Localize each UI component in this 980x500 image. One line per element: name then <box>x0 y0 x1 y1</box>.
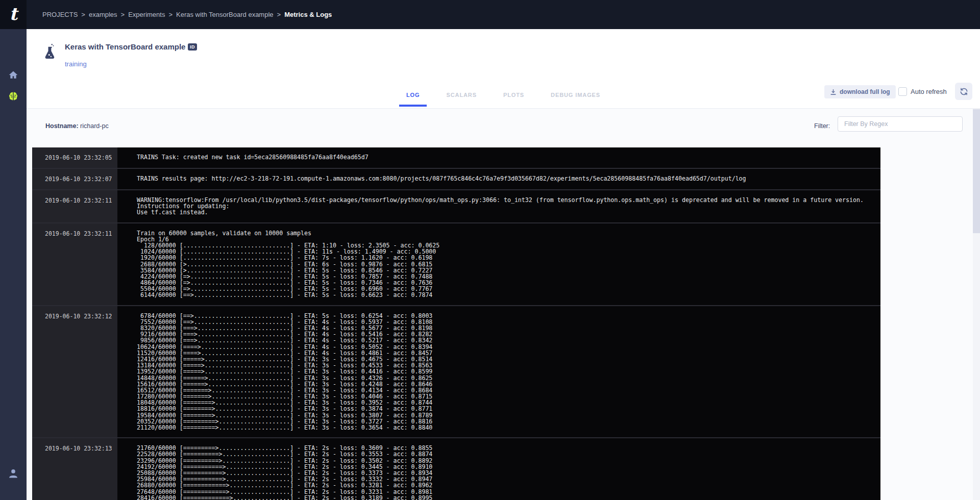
sidebar <box>0 29 27 500</box>
home-icon-glyph <box>8 70 18 80</box>
top-bar: t PROJECTS>examples>Experiments>Keras wi… <box>0 0 980 29</box>
download-icon <box>830 89 837 95</box>
filter-label: Filter: <box>814 122 830 130</box>
breadcrumb-separator: > <box>121 11 125 18</box>
auto-refresh-label: Auto refresh <box>911 88 947 95</box>
tab-debug-images[interactable]: DEBUG IMAGES <box>551 82 600 109</box>
log-line: Instructions for updating: <box>137 203 880 209</box>
log-message: 6784/60000 [==>.........................… <box>117 306 880 438</box>
refresh-icon <box>960 87 968 96</box>
log-message: TRAINS Task: created new task id=5eca285… <box>117 147 880 168</box>
log-line: 23296/60000 [==========>................… <box>137 458 880 464</box>
log-row: 2019-06-10 23:32:07TRAINS results page: … <box>32 168 880 189</box>
user-profile-icon[interactable] <box>0 468 27 479</box>
log-message: Train on 60000 samples, validate on 1000… <box>117 223 880 305</box>
tab-plots[interactable]: PLOTS <box>503 82 524 109</box>
breadcrumb-item[interactable]: examples <box>89 11 117 18</box>
log-line: 21120/60000 [=========>.................… <box>137 424 880 431</box>
log-line: 19584/60000 [========>..................… <box>137 412 880 418</box>
hostname-value: richard-pc <box>80 122 109 130</box>
log-line: 28416/60000 [=============>.............… <box>137 495 880 500</box>
log-line: 27648/60000 [============>..............… <box>137 489 880 495</box>
log-timestamp: 2019-06-10 23:32:11 <box>32 190 117 222</box>
log-line: WARNING:tensorflow:From /usr/local/lib/p… <box>137 197 880 203</box>
log-line: Train on 60000 samples, validate on 1000… <box>137 230 880 236</box>
hostname-label: Hostname: <box>45 122 79 130</box>
flask-icon-glyph <box>43 42 57 61</box>
breadcrumb-separator: > <box>168 11 173 18</box>
log-message: TRAINS results page: http://ec2-3-218-72… <box>117 169 880 189</box>
log-row: 2019-06-10 23:32:11WARNING:tensorflow:Fr… <box>32 189 880 222</box>
tab-log[interactable]: LOG <box>406 82 420 109</box>
trains-logo-letter: t <box>9 5 17 24</box>
log-timestamp: 2019-06-10 23:32:13 <box>32 438 117 500</box>
breadcrumb-item[interactable]: PROJECTS <box>42 11 78 18</box>
brain-icon-glyph <box>8 91 19 102</box>
log-timestamp: 2019-06-10 23:32:07 <box>32 169 117 189</box>
breadcrumb-item[interactable]: Experiments <box>128 11 165 18</box>
download-full-log-button[interactable]: download full log <box>824 85 896 98</box>
log-line: 9856/60000 [===>........................… <box>137 337 880 343</box>
scrollbar-thumb[interactable] <box>973 109 980 233</box>
log-row: 2019-06-10 23:32:1321760/60000 [========… <box>32 437 880 500</box>
log-line: TRAINS results page: http://ec2-3-218-72… <box>137 176 880 182</box>
breadcrumb: PROJECTS>examples>Experiments>Keras with… <box>42 0 332 29</box>
log-line: Use tf.cast instead. <box>137 209 880 215</box>
log-terminal: 2019-06-10 23:32:05TRAINS Task: created … <box>32 147 880 500</box>
log-line: TRAINS Task: created new task id=5eca285… <box>137 154 880 160</box>
log-message: 21760/60000 [=========>.................… <box>117 438 880 500</box>
auto-refresh-checkbox[interactable] <box>898 87 907 96</box>
tab-scalars[interactable]: SCALARS <box>446 82 476 109</box>
trains-logo[interactable]: t <box>0 0 27 29</box>
log-line: 14848/60000 [======>....................… <box>137 375 880 381</box>
breadcrumb-item[interactable]: Keras with TensorBoard example <box>176 11 274 18</box>
experiment-subtitle: training <box>65 60 87 68</box>
log-timestamp: 2019-06-10 23:32:12 <box>32 306 117 438</box>
log-line: 22528/60000 [==========>................… <box>137 451 880 457</box>
log-line: 1920/60000 [............................… <box>137 255 880 261</box>
filter-regex-input[interactable] <box>838 116 963 132</box>
log-timestamp: 2019-06-10 23:32:11 <box>32 223 117 305</box>
breadcrumb-current: Metrics & Logs <box>284 11 332 18</box>
download-full-log-label: download full log <box>840 88 890 95</box>
log-message: WARNING:tensorflow:From /usr/local/lib/p… <box>117 190 880 222</box>
experiment-flask-icon <box>43 42 57 63</box>
log-line: 18816/60000 [========>..................… <box>137 406 880 412</box>
breadcrumb-separator: > <box>277 11 281 18</box>
brain-projects-icon[interactable] <box>0 91 27 102</box>
log-line: 13952/60000 [=====>.....................… <box>137 368 880 374</box>
refresh-button[interactable] <box>955 83 972 100</box>
log-line: 6144/60000 [==>.........................… <box>137 292 880 298</box>
log-timestamp: 2019-06-10 23:32:05 <box>32 147 117 168</box>
log-row: 2019-06-10 23:32:11Train on 60000 sample… <box>32 222 880 305</box>
id-badge[interactable]: ID <box>188 43 197 51</box>
log-line: 10624/60000 [====>......................… <box>137 344 880 350</box>
log-line: 26880/60000 [============>..............… <box>137 482 880 488</box>
hostname-line: Hostname: richard-pc <box>45 122 109 130</box>
log-line: 6784/60000 [==>.........................… <box>137 313 880 319</box>
log-row: 2019-06-10 23:32:12 6784/60000 [==>.....… <box>32 305 880 438</box>
experiment-title: Keras with TensorBoard example <box>65 42 185 51</box>
home-icon[interactable] <box>0 70 27 80</box>
user-icon-glyph <box>8 468 19 479</box>
log-line: 2688/60000 [>...........................… <box>137 261 880 267</box>
log-row: 2019-06-10 23:32:05TRAINS Task: created … <box>32 147 880 168</box>
breadcrumb-separator: > <box>81 11 85 18</box>
